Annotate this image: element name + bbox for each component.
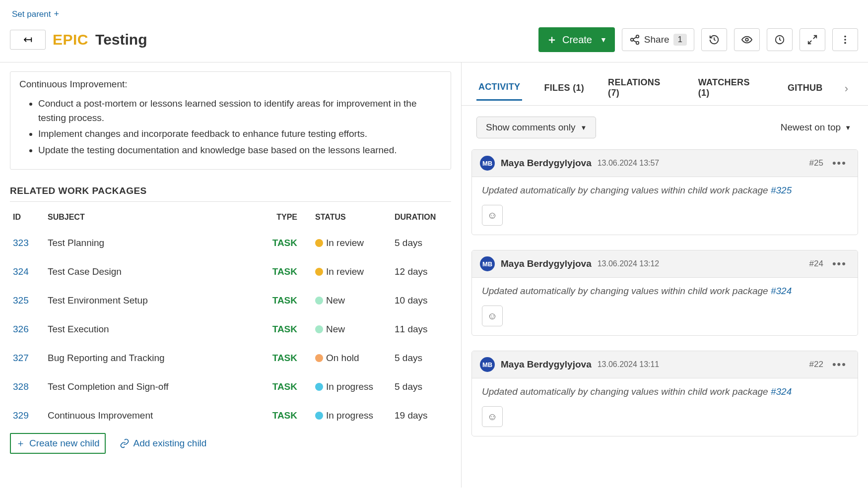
col-id[interactable]: ID xyxy=(10,206,45,229)
tab-github[interactable]: GITHUB xyxy=(786,78,825,100)
kebab-icon xyxy=(840,34,851,45)
wp-type: TASK xyxy=(272,238,297,248)
activity-body: Updated automatically by changing values… xyxy=(472,177,858,205)
status-dot-icon xyxy=(315,412,323,420)
chevron-down-icon: ▼ xyxy=(845,124,851,131)
page-title[interactable]: Testing xyxy=(95,31,147,48)
chevron-down-icon: ▼ xyxy=(600,36,607,44)
svg-point-10 xyxy=(844,39,846,41)
svg-line-4 xyxy=(633,40,636,42)
more-actions-button[interactable] xyxy=(832,28,858,51)
col-status[interactable]: STATUS xyxy=(312,206,392,229)
add-reaction-button[interactable]: ☺ xyxy=(482,306,503,326)
related-heading: RELATED WORK PACKAGES xyxy=(10,181,451,202)
add-reaction-button[interactable]: ☺ xyxy=(482,406,503,427)
wp-status: In progress xyxy=(326,381,373,392)
link-icon xyxy=(120,438,130,448)
wp-id-link[interactable]: 324 xyxy=(13,266,29,277)
description-bullet: Implement changes and incorporate feedba… xyxy=(38,127,442,141)
tab-relations[interactable]: RELATIONS (7) xyxy=(606,72,676,105)
tab-activity[interactable]: ACTIVITY xyxy=(476,77,522,101)
create-label: Create xyxy=(562,34,592,46)
status-dot-icon xyxy=(315,325,323,333)
watch-button[interactable] xyxy=(734,28,760,51)
set-parent-label: Set parent xyxy=(12,9,51,19)
table-row[interactable]: 324Test Case DesignTASKIn review12 days xyxy=(10,257,451,286)
set-parent-link[interactable]: Set parent + xyxy=(0,0,71,24)
description-list: Conduct a post-mortem or lessons learned… xyxy=(19,97,442,157)
activity-body: Updated automatically by changing values… xyxy=(472,278,858,306)
description-box[interactable]: Continuous Improvement: Conduct a post-m… xyxy=(10,71,451,170)
activity-timestamp: 13.06.2024 13:57 xyxy=(598,159,660,168)
wp-status: In progress xyxy=(326,410,373,421)
tab-watchers[interactable]: WATCHERS (1) xyxy=(696,72,766,105)
activity-more-button[interactable]: ••• xyxy=(829,358,850,371)
tabs-scroll-right[interactable]: › xyxy=(845,82,853,95)
activity-header: MBMaya Berdygylyjova13.06.2024 13:11#22•… xyxy=(472,351,858,378)
add-reaction-button[interactable]: ☺ xyxy=(482,205,503,226)
wp-id-link[interactable]: 323 xyxy=(13,238,29,248)
wp-id-link[interactable]: 327 xyxy=(13,353,29,363)
table-row[interactable]: 329Continuous ImprovementTASKIn progress… xyxy=(10,401,451,430)
activity-header: MBMaya Berdygylyjova13.06.2024 13:57#25•… xyxy=(472,150,858,177)
col-type[interactable]: TYPE xyxy=(267,206,312,229)
plus-icon: ＋ xyxy=(546,32,557,47)
wp-subject: Continuous Improvement xyxy=(45,401,267,430)
activity-wp-link[interactable]: #324 xyxy=(771,386,792,397)
wp-subject: Test Execution xyxy=(45,315,267,344)
avatar[interactable]: MB xyxy=(480,256,495,271)
activity-sequence[interactable]: #24 xyxy=(809,259,823,269)
expand-icon xyxy=(807,34,818,45)
plus-icon: ＋ xyxy=(16,437,25,450)
add-existing-child-button[interactable]: Add existing child xyxy=(115,435,212,452)
share-button[interactable]: Share 1 xyxy=(622,28,694,51)
activity-more-button[interactable]: ••• xyxy=(829,257,850,270)
avatar[interactable]: MB xyxy=(480,156,495,171)
wp-id-link[interactable]: 326 xyxy=(13,324,29,334)
create-new-child-button[interactable]: ＋ Create new child xyxy=(10,433,106,454)
activity-item: MBMaya Berdygylyjova13.06.2024 13:12#24•… xyxy=(471,250,858,336)
wp-id-link[interactable]: 325 xyxy=(13,295,29,306)
activity-author[interactable]: Maya Berdygylyjova xyxy=(501,359,592,370)
svg-point-0 xyxy=(636,35,639,38)
table-row[interactable]: 327Bug Reporting and TrackingTASKOn hold… xyxy=(10,344,451,372)
activity-author[interactable]: Maya Berdygylyjova xyxy=(501,258,592,269)
wp-id-link[interactable]: 328 xyxy=(13,381,29,392)
activity-author[interactable]: Maya Berdygylyjova xyxy=(501,158,592,169)
status-dot-icon xyxy=(315,297,323,305)
wp-id-link[interactable]: 329 xyxy=(13,410,29,421)
share-count-badge: 1 xyxy=(673,34,687,46)
related-table: ID SUBJECT TYPE STATUS DURATION 323Test … xyxy=(10,206,451,430)
table-row[interactable]: 323Test PlanningTASKIn review5 days xyxy=(10,229,451,257)
svg-point-2 xyxy=(636,42,639,45)
avatar[interactable]: MB xyxy=(480,357,495,372)
activity-sequence[interactable]: #25 xyxy=(809,158,823,168)
col-subject[interactable]: SUBJECT xyxy=(45,206,267,229)
activity-wp-link[interactable]: #324 xyxy=(771,286,792,296)
wp-type: TASK xyxy=(272,295,297,306)
comments-filter-dropdown[interactable]: Show comments only ▼ xyxy=(476,117,596,138)
col-duration[interactable]: DURATION xyxy=(392,206,451,229)
table-row[interactable]: 325Test Environment SetupTASKNew10 days xyxy=(10,286,451,315)
back-button[interactable]: ↤ xyxy=(10,30,46,50)
sort-order-dropdown[interactable]: Newest on top ▼ xyxy=(779,117,853,138)
timer-button[interactable] xyxy=(767,28,793,51)
activity-wp-link[interactable]: #325 xyxy=(771,185,792,195)
table-row[interactable]: 328Test Completion and Sign-offTASKIn pr… xyxy=(10,372,451,401)
clock-icon xyxy=(774,34,785,45)
share-label: Share xyxy=(644,34,669,45)
tab-files[interactable]: FILES (1) xyxy=(542,78,586,100)
history-icon xyxy=(709,34,720,45)
fullscreen-button[interactable] xyxy=(800,28,825,51)
status-dot-icon xyxy=(315,239,323,247)
header: ↤ EPIC Testing ＋ Create ▼ Share 1 xyxy=(0,24,868,62)
status-dot-icon xyxy=(315,383,323,391)
history-button[interactable] xyxy=(701,28,727,51)
wp-subject: Test Environment Setup xyxy=(45,286,267,315)
table-row[interactable]: 326Test ExecutionTASKNew11 days xyxy=(10,315,451,344)
activity-body: Updated automatically by changing values… xyxy=(472,378,858,406)
activity-more-button[interactable]: ••• xyxy=(829,157,850,170)
create-button[interactable]: ＋ Create ▼ xyxy=(538,27,615,52)
svg-line-8 xyxy=(808,41,811,44)
activity-sequence[interactable]: #22 xyxy=(809,360,823,369)
